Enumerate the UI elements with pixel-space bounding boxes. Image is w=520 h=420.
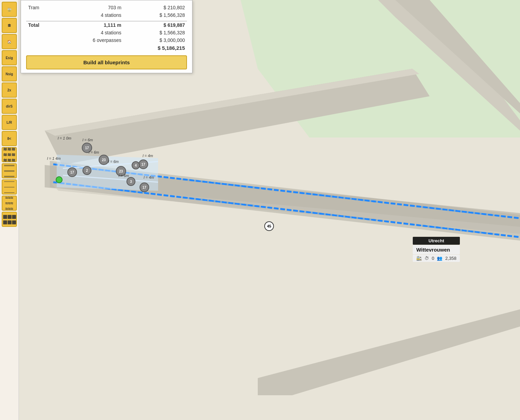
track-node-2[interactable]: 2 — [82, 166, 91, 175]
track-node-3[interactable]: 3 — [126, 177, 135, 186]
track3-icon: ───────── — [4, 179, 14, 195]
track-node-4[interactable]: 4 — [132, 161, 140, 169]
total-overpasses-row: 6 overpasses $ 3,000,000 — [26, 36, 187, 44]
toolbar-track3-button[interactable]: ───────── — [2, 179, 17, 195]
lr-label: L/R — [7, 121, 12, 124]
track4-icon: ≈≈≈≈≈≈≈≈≈ — [5, 195, 13, 211]
total-label: Total — [26, 21, 57, 29]
nsig-label: Nsig — [5, 72, 13, 76]
esig-label: Esig — [5, 56, 13, 60]
toolbar-nsig-button[interactable]: Nsig — [2, 66, 17, 81]
build-all-blueprints-button[interactable]: Build all blueprints — [26, 55, 187, 69]
tram-icon: 🚋 — [7, 8, 11, 11]
tram-cost: $ 210,802 — [123, 4, 187, 11]
track-label-7: l = 1 0m — [58, 136, 71, 140]
population-icon: 👥 — [437, 256, 442, 261]
track-label-5: l = 4m — [144, 175, 154, 179]
tram-distance: 703 m — [57, 4, 123, 11]
cost-table: Tram 703 m $ 210,802 4 stations $ 1,566,… — [26, 4, 187, 52]
track-label-4: l = 4m — [143, 154, 153, 158]
total-overpasses-cost: $ 3,000,000 — [123, 36, 187, 44]
toolbar-8lt-button[interactable]: 8< — [2, 131, 17, 146]
grand-total-row: $ 5,186,215 — [26, 44, 187, 52]
total-distance-row: Total 1,111 m $ 619,887 — [26, 21, 187, 29]
toolbar-lr-button[interactable]: L/R — [2, 115, 17, 130]
total-distance: 1,111 m — [57, 21, 123, 29]
population-value: 2,358 — [445, 256, 456, 261]
total-cost: $ 619,887 — [123, 21, 187, 29]
track5-icon: ▦▦▦▦▦▦ — [3, 214, 16, 225]
track-node-17d[interactable]: 17 — [140, 183, 149, 192]
toolbar-track2-button[interactable]: ═════════ — [2, 163, 17, 178]
tram-stations-cost: $ 1,566,328 — [123, 11, 187, 19]
8lt-label: 8< — [7, 137, 11, 141]
farm-icon: 🏚 — [8, 24, 11, 27]
track-label-0: l = 6m — [82, 138, 93, 142]
toolbar-dirs-button[interactable]: dirS — [2, 99, 17, 114]
dirs-label: dirS — [6, 104, 12, 108]
origin-dot — [56, 176, 63, 183]
speed-badge-45: 45 — [264, 221, 274, 231]
cost-panel: Tram 703 m $ 210,802 4 stations $ 1,566,… — [21, 0, 192, 73]
total-stations: 4 stations — [57, 29, 123, 36]
total-stations-cost: $ 1,566,328 — [123, 29, 187, 36]
time-value: 0 — [432, 256, 434, 261]
track-node-17c[interactable]: 17 — [139, 159, 148, 169]
toolbar-tram-button[interactable]: 🚋 — [2, 2, 17, 17]
toolbar-farm-button[interactable]: 🏚 — [2, 18, 17, 33]
house-icon: 🏠 — [7, 40, 11, 44]
2x-label: 2x — [7, 88, 11, 92]
toolbar-esig-button[interactable]: Esig — [2, 50, 17, 65]
station-district: Utrecht — [413, 237, 460, 245]
platform-icon: 🚉 — [416, 256, 422, 261]
time-icon: ⏱ — [424, 256, 429, 261]
track-label-2: l = 6m — [108, 159, 119, 164]
tram-label: Tram — [26, 4, 57, 11]
toolbar-track1-button[interactable]: ≋≋≋≋≋≋≋≋≋ — [2, 147, 17, 162]
track-node-23a[interactable]: 23 — [99, 155, 109, 165]
tram-stations-row: 4 stations $ 1,566,328 — [26, 11, 187, 19]
track1-icon: ≋≋≋≋≋≋≋≋≋ — [3, 146, 15, 163]
toolbar-track4-button[interactable]: ≈≈≈≈≈≈≈≈≈ — [2, 196, 17, 211]
station-popup: Utrecht Wittevrouwen 🚉 ⏱ 0 👥 2,358 — [413, 237, 460, 262]
track-node-17b[interactable]: 17 — [67, 167, 77, 177]
total-overpasses: 6 overpasses — [57, 36, 123, 44]
station-name: Wittevrouwen — [413, 245, 460, 254]
toolbar-2x-button[interactable]: 2x — [2, 82, 17, 98]
toolbar: 🚋 🏚 🏠 Esig Nsig 2x dirS L/R 8< ≋≋≋≋≋≋≋≋≋… — [0, 0, 19, 420]
station-info: 🚉 ⏱ 0 👥 2,358 — [413, 255, 460, 262]
track-label-1: l = 6m — [89, 150, 99, 154]
track-label-6: l = 1 4m — [47, 156, 60, 161]
total-stations-row: 4 stations $ 1,566,328 — [26, 29, 187, 36]
toolbar-track5-button[interactable]: ▦▦▦▦▦▦ — [2, 212, 17, 227]
grand-total-value: $ 5,186,215 — [123, 44, 187, 52]
toolbar-house-button[interactable]: 🏠 — [2, 34, 17, 49]
track-label-3: l = 6m — [119, 174, 129, 178]
tram-row: Tram 703 m $ 210,802 — [26, 4, 187, 11]
track2-icon: ═════════ — [4, 163, 14, 179]
tram-stations: 4 stations — [57, 11, 123, 19]
